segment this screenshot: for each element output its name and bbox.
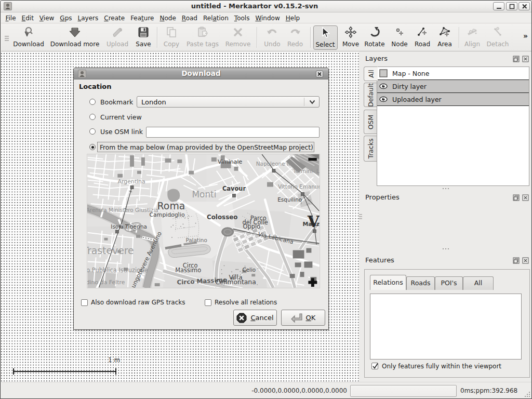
close-button[interactable] bbox=[518, 2, 530, 10]
eye-icon[interactable] bbox=[379, 95, 388, 103]
detach-toolbar-button[interactable]: Detach bbox=[485, 25, 510, 50]
align-toolbar-button[interactable]: Align bbox=[461, 25, 484, 50]
features-tab-roads[interactable]: Roads bbox=[406, 276, 435, 290]
resize-grip[interactable] bbox=[524, 391, 531, 398]
layers-close-icon[interactable] bbox=[522, 56, 529, 62]
menu-road[interactable]: Road bbox=[179, 14, 200, 23]
menu-relation[interactable]: Relation bbox=[200, 14, 231, 23]
maximize-button[interactable] bbox=[506, 2, 517, 10]
map-label: Viminale bbox=[218, 158, 243, 165]
menu-gps[interactable]: Gps bbox=[57, 14, 75, 23]
zoom-out-icon[interactable] bbox=[308, 158, 316, 161]
osm-link-radio-label: Use OSM link bbox=[100, 128, 143, 136]
upload-toolbar-button[interactable]: Upload bbox=[105, 25, 129, 50]
save-toolbar-button[interactable]: Save bbox=[133, 25, 154, 50]
copy-toolbar-button[interactable]: Copy bbox=[161, 25, 182, 50]
menu-edit[interactable]: Edit bbox=[19, 14, 36, 23]
map-label: Roma bbox=[157, 201, 185, 211]
features-close-icon[interactable] bbox=[522, 257, 529, 264]
paste-tags-toolbar-button[interactable]: Paste tags bbox=[185, 25, 220, 50]
toolbar-button-label: Road bbox=[415, 41, 430, 48]
dialog-close-icon[interactable] bbox=[316, 71, 323, 77]
properties-float-icon[interactable] bbox=[513, 194, 520, 201]
map-label: Colosseo bbox=[207, 214, 238, 221]
splitter-handle[interactable] bbox=[443, 248, 449, 249]
features-float-icon[interactable] bbox=[513, 257, 520, 264]
layers-tab-osm[interactable]: OSM bbox=[364, 110, 377, 134]
map-preview[interactable]: ArgentinaRomaCampidoglioMontiCavourVimin… bbox=[87, 154, 320, 288]
features-list[interactable] bbox=[370, 294, 522, 360]
road-toolbar-button[interactable]: Road bbox=[412, 25, 433, 50]
layer-row[interactable]: Uploaded layer bbox=[377, 93, 529, 106]
map-label: Isola Tiberina bbox=[111, 223, 147, 230]
scalebar-label: 1 m bbox=[108, 356, 120, 364]
area-toolbar-button[interactable]: Area bbox=[434, 25, 455, 50]
select-toolbar-button[interactable]: Select bbox=[313, 25, 338, 50]
map-label: V bbox=[307, 212, 320, 231]
menu-layers[interactable]: Layers bbox=[75, 14, 101, 23]
current-view-radio[interactable] bbox=[89, 114, 96, 120]
menu-file[interactable]: File bbox=[3, 14, 19, 23]
bookmark-radio[interactable] bbox=[89, 99, 96, 105]
bookmark-combobox[interactable]: London bbox=[137, 96, 320, 108]
detach-icon bbox=[491, 25, 504, 39]
eye-icon[interactable] bbox=[379, 82, 388, 90]
layer-row[interactable]: Map - None bbox=[377, 67, 529, 80]
statusbar-progress bbox=[350, 385, 457, 397]
features-tab-pois[interactable]: POI's bbox=[435, 276, 463, 290]
toolbar-handle[interactable] bbox=[5, 36, 9, 42]
menu-node[interactable]: Node bbox=[157, 14, 179, 23]
toolbar-button-label: Node bbox=[391, 41, 407, 48]
ok-button[interactable]: OK bbox=[281, 310, 325, 326]
properties-grip[interactable] bbox=[359, 214, 362, 220]
toolbar-button-label: Redo bbox=[287, 41, 303, 48]
menu-view[interactable]: View bbox=[36, 14, 57, 23]
menu-feature[interactable]: Feature bbox=[128, 14, 157, 23]
viewport-checkbox[interactable] bbox=[371, 363, 378, 369]
from-map-radio[interactable] bbox=[89, 144, 96, 150]
map-label: Arenula Ministero Giustizia bbox=[87, 207, 158, 213]
download-icon bbox=[22, 25, 35, 39]
select-icon bbox=[319, 26, 331, 39]
download-dialog: Download Location Bookmark London Curren… bbox=[73, 68, 329, 330]
move-toolbar-button[interactable]: Move bbox=[340, 25, 362, 50]
layers-tab-all[interactable]: All bbox=[364, 66, 378, 81]
remove-toolbar-button[interactable]: Remove bbox=[223, 25, 252, 50]
layers-tab-default[interactable]: Default bbox=[364, 83, 377, 107]
splitter-handle[interactable] bbox=[443, 188, 449, 189]
layer-row[interactable]: Dirty layer bbox=[377, 80, 529, 93]
features-tab-relations[interactable]: Relations bbox=[370, 275, 406, 290]
resolve-relations-checkbox[interactable] bbox=[205, 299, 211, 306]
toolbar-button-label: Download bbox=[13, 41, 44, 48]
osm-link-input[interactable] bbox=[146, 127, 320, 138]
minimize-button[interactable] bbox=[493, 2, 504, 10]
node-toolbar-button[interactable]: Node bbox=[389, 25, 410, 50]
node-icon bbox=[393, 25, 406, 39]
properties-close-icon[interactable] bbox=[522, 194, 529, 201]
from-map-radio-label: From the map below (map provided by the … bbox=[100, 144, 313, 151]
gps-tracks-checkbox[interactable] bbox=[81, 299, 88, 306]
toolbar-button-label: Download more bbox=[50, 41, 100, 48]
menu-window[interactable]: Window bbox=[252, 14, 283, 23]
remove-icon bbox=[232, 25, 244, 39]
redo-toolbar-button[interactable]: Redo bbox=[285, 25, 305, 50]
location-group-label: Location bbox=[79, 83, 112, 90]
features-tab-all[interactable]: All bbox=[463, 276, 494, 290]
menu-tools[interactable]: Tools bbox=[231, 14, 252, 23]
current-view-radio-label: Current view bbox=[100, 113, 142, 121]
download-more-toolbar-button[interactable]: Download more bbox=[49, 25, 100, 50]
osm-link-radio[interactable] bbox=[89, 128, 96, 135]
rotate-toolbar-button[interactable]: Rotate bbox=[362, 25, 388, 50]
download-toolbar-button[interactable]: Download bbox=[12, 25, 45, 50]
cancel-button[interactable]: Cancel bbox=[233, 310, 277, 326]
align-icon bbox=[466, 25, 478, 39]
undo-toolbar-button[interactable]: Undo bbox=[261, 25, 283, 50]
layers-float-icon[interactable] bbox=[513, 56, 520, 62]
layers-tab-tracks[interactable]: Tracks bbox=[364, 136, 377, 162]
menu-create[interactable]: Create bbox=[101, 14, 128, 23]
menu-help[interactable]: Help bbox=[283, 14, 302, 23]
toolbar-overflow-icon[interactable]: » bbox=[523, 32, 528, 40]
paste-tags-icon bbox=[196, 25, 209, 39]
menu-bar: FileEditViewGpsLayersCreateFeatureNodeRo… bbox=[1, 13, 532, 23]
toolbar-separator bbox=[459, 27, 460, 48]
